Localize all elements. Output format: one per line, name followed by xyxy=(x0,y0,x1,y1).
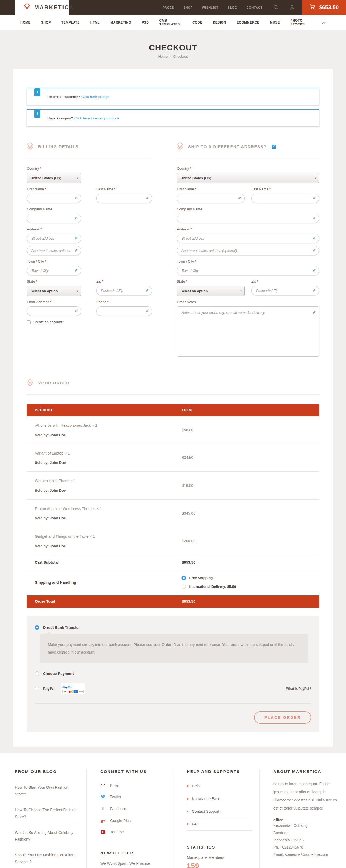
facebook-social-link[interactable]: f Facebook xyxy=(100,803,166,815)
product-vendor: Sold by: John Doe xyxy=(35,461,182,465)
login-link[interactable]: Click here to login xyxy=(81,95,109,99)
cart-button[interactable]: $653.50 xyxy=(302,0,346,15)
phone-label: Phone* xyxy=(96,300,152,304)
header-nav-wishlist[interactable]: WISHLIST xyxy=(202,6,218,9)
shipping-street-input[interactable] xyxy=(177,234,319,243)
help-link[interactable]: Help xyxy=(187,780,252,793)
google-plus-social-link[interactable]: g+ Google Plus xyxy=(100,815,166,826)
shipping-company-input[interactable] xyxy=(177,214,319,223)
shipping-address-group: Address* ✎ ✎ xyxy=(177,227,319,255)
free-shipping-option[interactable]: Free Shipping xyxy=(182,576,319,580)
catnav-psd[interactable]: PSD xyxy=(142,21,149,24)
product-name: Women Hold iPhone × 1 xyxy=(35,478,182,484)
ship-different-address-checkbox[interactable] xyxy=(272,145,276,149)
catnav-template[interactable]: TEMPLATE xyxy=(61,21,80,24)
blog-link[interactable]: How To Start Your Own Fashion Store? xyxy=(15,780,79,802)
billing-country-select[interactable]: United States (US) ▾ xyxy=(27,173,81,183)
catnav-photo-stocks[interactable]: PHOTO STOCKS xyxy=(290,19,311,26)
catnav-html[interactable]: HTML xyxy=(90,21,100,24)
double-chevron-down-icon[interactable]: ≫ xyxy=(322,21,326,24)
order-notes-textarea[interactable] xyxy=(177,307,319,356)
catnav-muse[interactable]: MUSE xyxy=(270,21,280,24)
header-nav-shop[interactable]: SHOP xyxy=(183,6,193,9)
shipping-apartment-input[interactable] xyxy=(177,246,319,255)
brand-logo[interactable]: MARKETICA xyxy=(15,0,69,15)
radio-selected-icon[interactable] xyxy=(182,576,186,580)
header-nav-blog[interactable]: BLOG xyxy=(228,6,237,9)
breadcrumb-home[interactable]: Home xyxy=(158,55,168,59)
help-link-label: Knowladge Base xyxy=(192,797,220,801)
place-order-row: PLACE ORDER xyxy=(35,711,311,724)
product-column-header: PRODUCT xyxy=(27,408,182,412)
header-nav-contact[interactable]: CONTACT xyxy=(246,6,263,9)
shipping-state-select[interactable]: Select an option... ▾ xyxy=(177,286,245,296)
company-wrap: ✎ xyxy=(27,214,81,223)
create-account-checkbox[interactable] xyxy=(27,320,31,324)
billing-state-select[interactable]: Select an option... ▾ xyxy=(27,286,81,296)
email-icon xyxy=(100,783,106,787)
billing-email-input[interactable] xyxy=(27,307,81,316)
cheque-payment-label: Cheque Payment xyxy=(43,672,74,676)
order-notes-wrap: ✎ xyxy=(177,307,319,358)
billing-town-input[interactable] xyxy=(27,266,81,275)
youtube-social-link[interactable]: Youtube xyxy=(100,826,166,838)
page-title: CHECKOUT xyxy=(0,43,346,52)
blog-link[interactable]: Should You Use Fashion Consultant Servic… xyxy=(15,847,79,868)
help-link[interactable]: FAQ xyxy=(187,818,252,831)
paypal-option[interactable]: PayPal PayPal VISA — DISCOVER What is Pa… xyxy=(35,683,311,694)
header-nav-pages[interactable]: PAGES xyxy=(163,6,174,9)
catnav-shop[interactable]: SHOP xyxy=(41,21,51,24)
shipping-zip-input[interactable] xyxy=(251,286,319,296)
help-link[interactable]: Knowladge Base xyxy=(187,793,252,805)
shipping-last-name-input[interactable] xyxy=(251,193,319,203)
shipping-country-select[interactable]: United States (US) ▾ xyxy=(177,173,319,183)
billing-company-input[interactable] xyxy=(27,214,81,223)
billing-zip-input[interactable] xyxy=(96,286,152,296)
catnav-ecommerce[interactable]: ECOMMERCE xyxy=(237,21,260,24)
international-delivery-option[interactable]: International Delivery: $5.90 xyxy=(182,585,319,589)
social-label: Youtube xyxy=(110,830,124,834)
social-label: Facebook xyxy=(110,807,127,811)
catnav-marketing[interactable]: MARKETING xyxy=(110,21,131,24)
billing-apartment-input[interactable] xyxy=(27,246,81,255)
cheque-payment-option[interactable]: Cheque Payment xyxy=(35,672,311,676)
search-icon[interactable] xyxy=(274,5,279,10)
bank-transfer-option[interactable]: Direct Bank Transfer xyxy=(35,625,311,630)
create-account-row: Create an account? xyxy=(27,320,152,324)
billing-phone-input[interactable] xyxy=(96,307,152,316)
country-label: Country* xyxy=(27,166,152,170)
page-title-band: CHECKOUT Home>Checkout xyxy=(0,30,346,69)
billing-last-name-input[interactable] xyxy=(96,193,152,203)
catnav-home[interactable]: HOME xyxy=(20,21,31,24)
office-line: Ph. +6212345678 xyxy=(273,844,339,851)
first-name-wrap: ✎ xyxy=(27,193,81,203)
shipping-town-input[interactable] xyxy=(177,266,319,275)
catnav-code[interactable]: CODE xyxy=(193,21,203,24)
help-link-label: Help xyxy=(192,784,200,788)
email-social-link[interactable]: Email xyxy=(100,780,166,791)
paypal-cards-image: PayPal VISA — DISCOVER xyxy=(61,683,85,694)
billing-first-name-input[interactable] xyxy=(27,193,81,203)
radio-icon[interactable] xyxy=(182,585,186,589)
radio-selected-icon[interactable] xyxy=(35,625,39,630)
shipping-first-name-input[interactable] xyxy=(177,193,245,203)
radio-icon[interactable] xyxy=(35,687,39,691)
catnav-design[interactable]: DESIGN xyxy=(213,21,226,24)
place-order-button[interactable]: PLACE ORDER xyxy=(254,711,311,724)
user-icon[interactable] xyxy=(289,5,295,10)
blog-link[interactable]: What is So Alluring About Celebrity Fash… xyxy=(15,825,79,847)
returning-customer-notice: i Returning customer? Click here to logi… xyxy=(27,88,319,105)
bank-transfer-description: Make your payment directly into our bank… xyxy=(40,634,308,663)
twitter-social-link[interactable]: Twitter xyxy=(100,791,166,803)
help-link[interactable]: Contact Support xyxy=(187,805,252,818)
coupon-link[interactable]: Click here to enter your code xyxy=(74,116,119,120)
what-is-paypal-link[interactable]: What is PayPal? xyxy=(286,687,311,691)
shipping-name-row: First Name* ✎ Last Name* ✎ xyxy=(177,187,319,203)
radio-icon[interactable] xyxy=(35,672,39,676)
brand-name: MARKETICA xyxy=(34,4,74,10)
blog-link[interactable]: How To Choose The Perfect Fashion Store? xyxy=(15,802,79,825)
catnav-cms-templates[interactable]: CMS TEMPLATES xyxy=(159,19,182,26)
billing-street-input[interactable] xyxy=(27,234,81,243)
create-account-label: Create an account? xyxy=(33,320,64,324)
breadcrumb-current: Checkout xyxy=(173,55,188,59)
